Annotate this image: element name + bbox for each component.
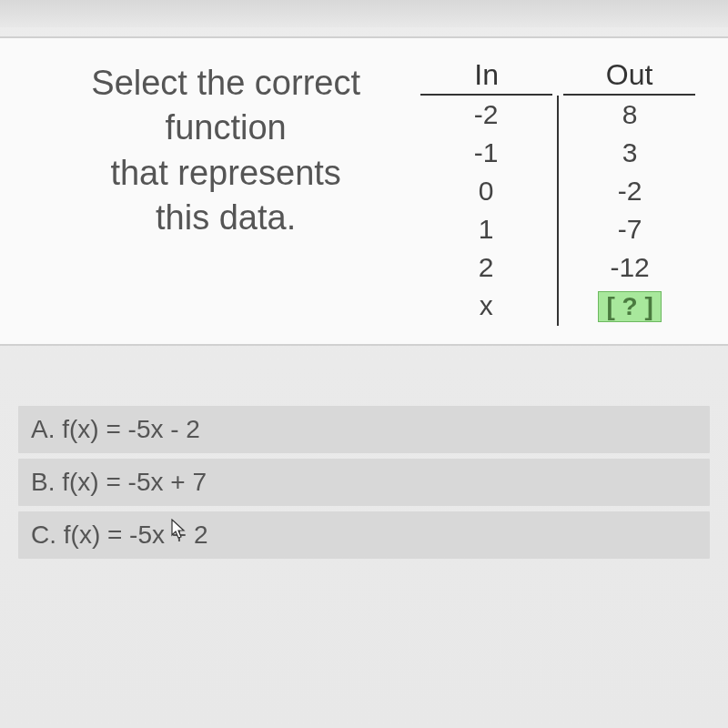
question-row: Select the correct function that represe…: [0, 36, 728, 346]
cell-in: x: [480, 287, 493, 325]
cell-in: -2: [474, 96, 499, 134]
cell-out: 8: [622, 96, 638, 134]
cell-out: -12: [610, 248, 649, 287]
header-in: In: [415, 56, 558, 94]
cell-out-answer[interactable]: [ ? ]: [598, 287, 661, 326]
cell-out: 3: [622, 134, 638, 172]
prompt-line: Select the correct: [91, 64, 360, 102]
spacer: [0, 346, 728, 400]
out-column: 8 3 -2 -7 -12 [ ? ]: [559, 96, 701, 326]
table-header: In Out: [415, 56, 701, 94]
answer-options: A. f(x) = -5x - 2 B. f(x) = -5x + 7 C. f…: [0, 406, 728, 559]
option-a[interactable]: A. f(x) = -5x - 2: [18, 406, 710, 453]
cell-in: 1: [479, 210, 494, 248]
option-b[interactable]: B. f(x) = -5x + 7: [18, 459, 710, 506]
cell-in: 0: [479, 172, 494, 210]
prompt-line: this data.: [156, 198, 296, 237]
prompt-line: function: [166, 108, 287, 147]
question-screen: Select the correct function that represe…: [0, 0, 728, 728]
data-table: In Out -2 -1 0 1 2 x: [415, 56, 701, 326]
header-out: Out: [558, 56, 701, 94]
top-gradient: [0, 0, 728, 27]
prompt-line: that represents: [110, 154, 340, 192]
answer-input-box[interactable]: [ ? ]: [598, 291, 661, 322]
cell-out: -7: [618, 210, 642, 248]
content-area: Select the correct function that represe…: [0, 27, 728, 559]
table-body: -2 -1 0 1 2 x 8 3 -2 -7 -12: [415, 96, 701, 326]
in-column: -2 -1 0 1 2 x: [415, 96, 557, 326]
cell-in: -1: [474, 134, 499, 172]
cell-out: -2: [618, 172, 642, 210]
question-prompt: Select the correct function that represe…: [46, 56, 415, 241]
option-c[interactable]: C. f(x) = -5x + 2: [18, 511, 710, 559]
cell-in: 2: [479, 248, 494, 287]
